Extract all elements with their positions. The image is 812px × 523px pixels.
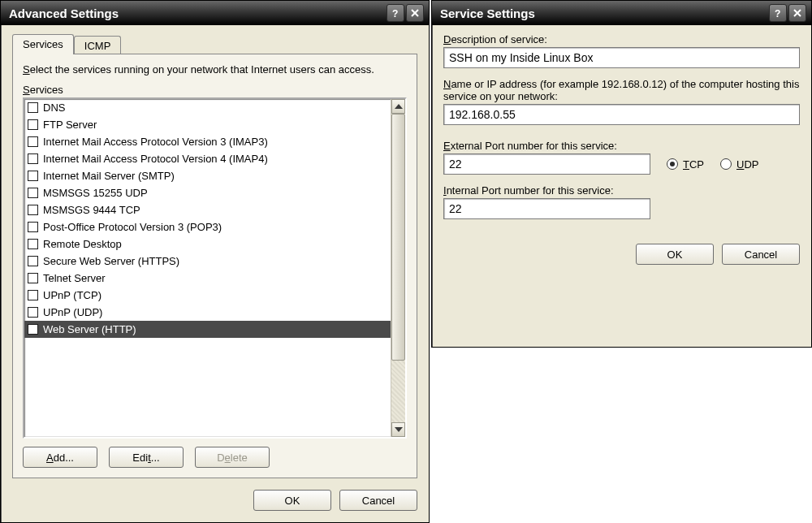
scroll-up-button[interactable] (391, 99, 405, 114)
service-item[interactable]: FTP Server (24, 116, 391, 133)
service-item[interactable]: Internet Mail Server (SMTP) (24, 167, 391, 184)
ok-button[interactable]: OK (253, 490, 331, 511)
arrow-down-icon (395, 427, 403, 432)
window-title: Advanced Settings (6, 6, 385, 20)
service-item-label: Telnet Server (43, 272, 106, 284)
service-item-label: Internet Mail Access Protocol Version 3 … (43, 136, 268, 148)
service-item-label: Post-Office Protocol Version 3 (POP3) (43, 221, 222, 233)
help-button[interactable]: ? (387, 4, 404, 22)
checkbox-icon[interactable] (28, 102, 38, 113)
tab-services[interactable]: Services (12, 34, 74, 54)
service-item[interactable]: Secure Web Server (HTTPS) (24, 253, 391, 270)
scroll-thumb[interactable] (391, 114, 405, 361)
close-icon (793, 8, 802, 18)
service-item-label: UPnP (TCP) (43, 289, 102, 301)
service-item-label: Remote Desktop (43, 238, 122, 250)
radio-icon (667, 158, 678, 170)
internal-port-input[interactable] (443, 198, 650, 219)
window-title: Service Settings (437, 6, 767, 20)
service-item[interactable]: Post-Office Protocol Version 3 (POP3) (24, 218, 391, 236)
checkbox-icon[interactable] (28, 324, 38, 335)
address-label: Name or IP address (for example 192.168.… (443, 78, 800, 102)
service-item[interactable]: MSMSGS 9444 TCP (24, 201, 391, 218)
checkbox-icon[interactable] (28, 119, 38, 130)
arrow-up-icon (395, 104, 403, 109)
help-icon: ? (391, 8, 400, 18)
ok-button[interactable]: OK (636, 244, 714, 265)
checkbox-icon[interactable] (28, 222, 38, 232)
edit-button[interactable]: Edit... (109, 447, 184, 468)
service-item[interactable]: UPnP (UDP) (24, 304, 391, 321)
tabstrip: Services ICMP (12, 33, 417, 54)
service-item-label: Internet Mail Access Protocol Version 4 … (43, 153, 268, 165)
service-item-label: FTP Server (43, 119, 97, 131)
scroll-track[interactable] (391, 114, 405, 422)
tcp-radio[interactable]: TCP (667, 158, 704, 171)
service-item-label: MSMSGS 15255 UDP (43, 187, 148, 199)
checkbox-icon[interactable] (28, 239, 38, 249)
checkbox-icon[interactable] (28, 205, 38, 215)
service-item[interactable]: Internet Mail Access Protocol Version 4 … (24, 150, 391, 167)
checkbox-icon[interactable] (28, 307, 38, 318)
cancel-button[interactable]: Cancel (722, 244, 800, 265)
checkbox-icon[interactable] (28, 188, 38, 198)
advanced-settings-window: Advanced Settings ? Services ICMP Select… (0, 0, 430, 523)
internal-port-label: Internal Port number for this service: (443, 184, 800, 197)
client-area: Services ICMP Select the services runnin… (1, 25, 429, 522)
close-button[interactable] (406, 4, 424, 22)
tab-icmp[interactable]: ICMP (74, 36, 122, 54)
description-input[interactable] (443, 47, 800, 68)
radio-icon (720, 158, 732, 170)
dialog-button-row: OK Cancel (443, 244, 800, 265)
service-item[interactable]: UPnP (TCP) (24, 287, 391, 304)
client-area: Description of service: Name or IP addre… (432, 25, 811, 347)
tabpage-services: Select the services running on your netw… (12, 54, 417, 478)
udp-radio[interactable]: UDP (720, 158, 758, 171)
service-item-label: DNS (43, 102, 65, 114)
help-button[interactable]: ? (769, 4, 787, 22)
close-button[interactable] (788, 4, 806, 22)
checkbox-icon[interactable] (28, 290, 38, 300)
delete-button[interactable]: Delete (195, 447, 270, 468)
checkbox-icon[interactable] (28, 171, 38, 181)
udp-label: UDP (736, 158, 758, 171)
external-port-label: External Port number for this service: (443, 140, 800, 152)
service-item-label: Secure Web Server (HTTPS) (43, 255, 179, 267)
svg-text:?: ? (392, 8, 398, 18)
add-button[interactable]: Add... (23, 447, 97, 468)
service-item[interactable]: MSMSGS 15255 UDP (24, 184, 391, 201)
help-icon: ? (773, 8, 783, 18)
address-input[interactable] (443, 104, 800, 125)
service-item[interactable]: DNS (24, 99, 391, 116)
dialog-button-row: OK Cancel (12, 490, 417, 511)
service-item-label: UPnP (UDP) (43, 306, 102, 318)
service-item[interactable]: Internet Mail Access Protocol Version 3 … (24, 133, 391, 150)
checkbox-icon[interactable] (28, 136, 38, 147)
scrollbar[interactable] (391, 99, 405, 437)
checkbox-icon[interactable] (28, 153, 38, 164)
service-item[interactable]: Telnet Server (24, 270, 391, 287)
service-settings-window: Service Settings ? Description of servic… (431, 0, 812, 348)
service-item-label: Web Server (HTTP) (43, 323, 136, 335)
close-icon (410, 8, 420, 18)
list-button-row: Add... Edit... Delete (23, 447, 407, 468)
cancel-button[interactable]: Cancel (339, 490, 417, 511)
titlebar-advanced[interactable]: Advanced Settings ? (1, 1, 429, 25)
titlebar-service[interactable]: Service Settings ? (432, 1, 811, 25)
service-item-label: Internet Mail Server (SMTP) (43, 170, 175, 182)
services-label: Services (23, 84, 407, 96)
external-port-input[interactable] (443, 153, 650, 175)
service-item[interactable]: Remote Desktop (24, 236, 391, 253)
instruction-text: Select the services running on your netw… (23, 63, 407, 77)
service-item-label: MSMSGS 9444 TCP (43, 204, 140, 216)
service-item[interactable]: Web Server (HTTP) (24, 321, 391, 338)
description-label: Description of service: (443, 33, 800, 45)
checkbox-icon[interactable] (28, 256, 38, 266)
tcp-label: TCP (683, 158, 704, 171)
svg-text:?: ? (775, 8, 780, 18)
scroll-down-button[interactable] (391, 422, 405, 437)
checkbox-icon[interactable] (28, 273, 38, 283)
services-listbox[interactable]: DNSFTP ServerInternet Mail Access Protoc… (23, 97, 407, 439)
